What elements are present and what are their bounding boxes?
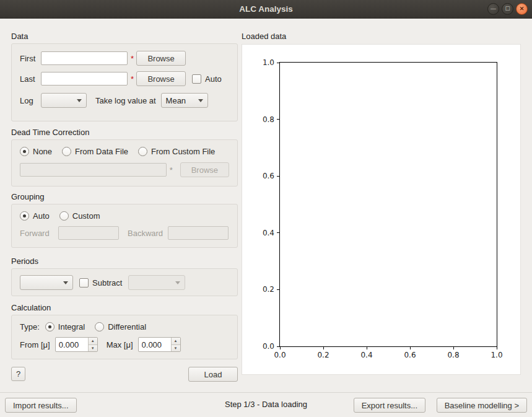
last-run-input[interactable] (41, 72, 128, 86)
take-log-label: Take log value at (95, 96, 156, 105)
x-tick-label: 0.8 (447, 351, 459, 359)
first-required-marker: * (131, 54, 134, 63)
chevron-down-icon (77, 99, 82, 102)
x-tick-mark (497, 346, 497, 349)
deadtime-radio-data-file[interactable]: From Data File (62, 147, 128, 156)
baseline-modelling-button[interactable]: Baseline modelling > (437, 398, 527, 413)
minimize-icon[interactable]: — (487, 3, 499, 15)
plot-axes: 0.00.20.40.60.81.00.00.20.40.60.81.0 (279, 62, 497, 347)
chevron-down-icon (63, 281, 68, 284)
last-browse-button[interactable]: Browse (136, 71, 186, 86)
grouping-radio-custom[interactable]: Custom (59, 211, 100, 221)
spin-up-icon[interactable]: ▲ (172, 338, 180, 345)
y-tick-mark (277, 63, 280, 63)
log-combo[interactable] (41, 93, 87, 108)
deadtime-required-marker: * (170, 165, 173, 175)
last-label: Last (20, 74, 41, 84)
maximize-icon[interactable]: ☐ (502, 3, 513, 15)
calculation-section-title: Calculation (11, 303, 51, 312)
radio-checked-icon (45, 322, 55, 331)
x-tick-mark (410, 346, 411, 349)
window-title: ALC Analysis (239, 4, 293, 14)
subtract-checkbox-label: Subtract (92, 278, 122, 288)
close-icon[interactable]: ✕ (516, 3, 528, 15)
spin-down-icon[interactable]: ▼ (89, 345, 97, 352)
period-combo[interactable] (20, 275, 73, 290)
backward-label: Backward (128, 229, 163, 238)
radio-icon (95, 322, 104, 331)
max-mu-label: Max [μ] (107, 340, 133, 349)
forward-label: Forward (20, 229, 58, 238)
differential-label: Differential (108, 322, 146, 331)
integral-label: Integral (58, 322, 85, 331)
x-tick-label: 0.0 (274, 351, 286, 359)
deadtime-radio-custom-file[interactable]: From Custom File (138, 147, 215, 156)
from-spin-input[interactable] (56, 338, 88, 351)
x-tick-label: 0.2 (317, 351, 329, 359)
grouping-section-title: Grouping (11, 192, 44, 201)
checkbox-icon (79, 278, 89, 288)
y-tick-mark (277, 119, 280, 120)
first-run-input[interactable] (41, 51, 128, 65)
y-tick-mark (277, 232, 280, 233)
auto-checkbox-label: Auto (205, 74, 222, 84)
grouping-custom-label: Custom (72, 211, 100, 221)
forward-input (58, 226, 119, 240)
chevron-down-icon (198, 99, 203, 102)
x-tick-mark (367, 346, 367, 349)
chevron-down-icon (175, 281, 180, 284)
x-tick-mark (280, 346, 281, 349)
window-controls: — ☐ ✕ (487, 3, 528, 15)
periods-section-title: Periods (11, 257, 38, 266)
first-browse-button[interactable]: Browse (136, 51, 186, 66)
subtract-checkbox[interactable]: Subtract (79, 278, 122, 288)
radio-icon (62, 147, 71, 156)
data-section-title: Data (11, 32, 28, 41)
log-value-at-combo[interactable]: Mean (161, 93, 208, 108)
grouping-auto-label: Auto (33, 211, 50, 221)
type-radio-differential[interactable]: Differential (95, 322, 146, 331)
radio-icon (59, 211, 69, 221)
type-label: Type: (20, 322, 40, 331)
auto-last-checkbox[interactable]: Auto (192, 74, 222, 84)
deadtime-data-file-label: From Data File (75, 147, 128, 156)
deadtime-none-label: None (33, 147, 52, 156)
radio-checked-icon (20, 211, 29, 221)
y-tick-label: 0.8 (263, 115, 274, 124)
x-tick-label: 0.6 (404, 351, 416, 359)
x-tick-mark (323, 346, 324, 349)
from-mu-label: From [μ] (20, 340, 50, 349)
y-tick-label: 0.4 (263, 229, 274, 237)
log-label: Log (20, 96, 41, 105)
help-button[interactable]: ? (11, 367, 25, 381)
first-label: First (20, 54, 41, 63)
from-spinbox[interactable]: ▲ ▼ (55, 337, 98, 352)
deadtime-custom-file-label: From Custom File (151, 147, 215, 156)
grouping-radio-auto[interactable]: Auto (20, 211, 50, 221)
radio-icon (138, 147, 147, 156)
load-button[interactable]: Load (188, 367, 238, 382)
x-tick-label: 0.4 (360, 351, 372, 359)
subtract-period-combo (128, 275, 185, 290)
type-radio-integral[interactable]: Integral (45, 322, 85, 331)
max-spin-input[interactable] (139, 338, 171, 351)
import-results-button[interactable]: Import results... (5, 398, 77, 413)
deadtime-section-title: Dead Time Correction (11, 128, 89, 137)
checkbox-icon (192, 74, 201, 84)
grouping-groupbox: Auto Custom Forward Backward (11, 204, 238, 248)
plot-canvas: 0.00.20.40.60.81.00.00.20.40.60.81.0 (242, 44, 521, 375)
radio-checked-icon (20, 147, 29, 156)
deadtime-radio-none[interactable]: None (20, 147, 52, 156)
deadtime-file-input (20, 163, 167, 177)
deadtime-browse-button: Browse (180, 162, 229, 177)
export-results-button[interactable]: Export results... (354, 398, 425, 413)
titlebar: ALC Analysis — ☐ ✕ (0, 0, 532, 19)
y-tick-label: 0.2 (263, 285, 274, 294)
max-spinbox[interactable]: ▲ ▼ (138, 337, 181, 352)
deadtime-groupbox: None From Data File From Custom File * B… (11, 139, 238, 187)
calculation-groupbox: Type: Integral Differential From [μ] ▲ ▼… (11, 315, 238, 359)
log-value-at-value: Mean (166, 96, 194, 105)
spin-up-icon[interactable]: ▲ (89, 338, 97, 345)
x-tick-label: 1.0 (491, 351, 502, 359)
spin-down-icon[interactable]: ▼ (172, 345, 180, 352)
